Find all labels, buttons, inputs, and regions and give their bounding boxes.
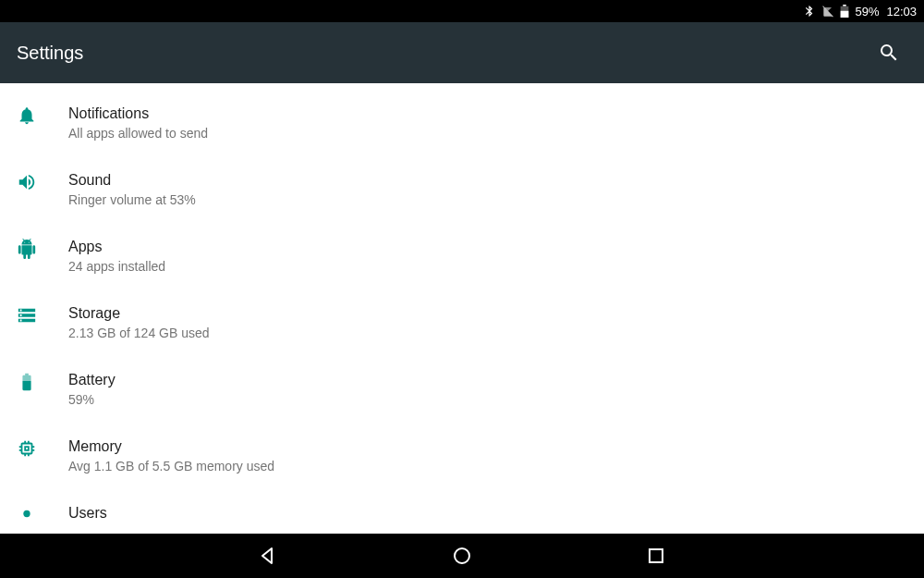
- item-subtitle: Avg 1.1 GB of 5.5 GB memory used: [68, 458, 274, 475]
- battery-icon: [840, 5, 849, 18]
- android-icon: [17, 237, 54, 259]
- back-button[interactable]: [249, 537, 286, 574]
- battery-icon: [17, 370, 54, 392]
- bluetooth-icon: [803, 5, 816, 18]
- bell-icon: [17, 104, 54, 126]
- item-title: Battery: [68, 370, 116, 390]
- svg-rect-5: [650, 549, 663, 562]
- settings-list[interactable]: Notifications All apps allowed to send S…: [0, 83, 924, 529]
- settings-item-storage[interactable]: Storage 2.13 GB of 124 GB used: [0, 290, 924, 357]
- item-title: Memory: [68, 437, 274, 457]
- settings-item-users[interactable]: Users: [0, 490, 924, 529]
- clock-text: 12:03: [886, 5, 917, 18]
- item-title: Apps: [68, 237, 165, 257]
- home-icon: [451, 545, 473, 567]
- svg-rect-2: [841, 11, 849, 18]
- home-button[interactable]: [444, 537, 480, 574]
- settings-item-memory[interactable]: Memory Avg 1.1 GB of 5.5 GB memory used: [0, 424, 924, 490]
- item-title: Sound: [68, 170, 196, 191]
- status-bar: 59% 12:03: [0, 0, 924, 22]
- settings-item-battery[interactable]: Battery 59%: [0, 357, 924, 424]
- svg-rect-0: [844, 5, 847, 6]
- settings-item-sound[interactable]: Sound Ringer volume at 53%: [0, 157, 924, 224]
- back-icon: [257, 545, 279, 567]
- item-subtitle: 59%: [68, 391, 116, 409]
- item-subtitle: All apps allowed to send: [68, 125, 208, 142]
- item-subtitle: 24 apps installed: [68, 258, 165, 276]
- item-title: Storage: [68, 303, 210, 324]
- app-bar: Settings: [0, 22, 924, 83]
- item-subtitle: Ringer volume at 53%: [68, 191, 196, 209]
- memory-icon: [17, 437, 54, 459]
- page-title: Settings: [17, 43, 83, 64]
- recents-button[interactable]: [638, 537, 675, 574]
- speaker-icon: [17, 170, 54, 192]
- item-title: Users: [68, 503, 107, 523]
- no-sim-icon: [821, 5, 834, 18]
- settings-item-notifications[interactable]: Notifications All apps allowed to send: [0, 91, 924, 157]
- navigation-bar: [0, 534, 924, 578]
- battery-pct-text: 59%: [855, 5, 879, 18]
- settings-item-apps[interactable]: Apps 24 apps installed: [0, 224, 924, 290]
- svg-point-3: [23, 510, 30, 517]
- search-icon: [878, 42, 900, 64]
- search-button[interactable]: [870, 34, 907, 71]
- storage-icon: [17, 303, 54, 326]
- settings-content: Notifications All apps allowed to send S…: [0, 83, 924, 534]
- svg-point-4: [455, 548, 469, 563]
- recents-icon: [645, 545, 667, 567]
- item-subtitle: 2.13 GB of 124 GB used: [68, 325, 210, 342]
- person-icon: [17, 503, 54, 529]
- item-title: Notifications: [68, 104, 208, 124]
